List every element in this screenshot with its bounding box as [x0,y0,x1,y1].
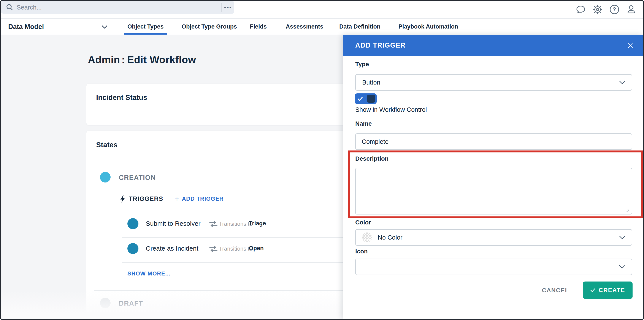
type-select-value: Button [362,79,380,86]
description-field[interactable] [355,168,632,215]
svg-text:?: ? [613,6,616,12]
divider [94,290,355,291]
top-bar-actions: ? [576,4,636,15]
chat-bubble-icon [576,4,586,15]
add-trigger-panel: ADD TRIGGER Type Button Show in Workflow… [343,35,643,319]
chevron-down-icon [102,25,107,29]
messages-button[interactable] [576,4,586,15]
trigger-name: Create as Incident [146,245,198,252]
cancel-button[interactable]: CANCEL [537,284,574,297]
panel-title: ADD TRIGGER [355,42,406,49]
active-tab-underline [124,33,167,35]
state-name-creation: CREATION [119,174,156,182]
page-title-separator: : [122,54,125,65]
help-button[interactable]: ? [609,4,620,15]
user-icon [626,4,636,15]
add-trigger-label: ADD TRIGGER [182,196,224,202]
close-button[interactable] [627,42,634,49]
transitions-to-text: Transitions to [219,245,252,252]
icon-select[interactable] [355,259,632,275]
create-button[interactable]: CREATE [583,281,632,299]
name-label: Name [355,120,372,127]
tab-object-type-groups[interactable]: Object Type Groups [182,19,237,35]
add-trigger-button[interactable]: + ADD TRIGGER [175,196,224,202]
color-label: Color [355,219,371,226]
color-select-value: No Color [378,234,402,241]
gear-icon [592,4,603,15]
show-in-workflow-toggle[interactable] [355,93,377,104]
show-in-workflow-label: Show in Workflow Control [355,106,427,113]
transition-target: Open [249,245,264,252]
trigger-name: Submit to Resolver [146,220,200,227]
ellipsis-icon: ••• [224,4,232,11]
panel-header: ADD TRIGGER [343,35,643,56]
color-select[interactable]: No Color [355,229,632,246]
type-select[interactable]: Button [355,74,632,91]
incident-status-card: Incident Status [86,84,355,125]
chevron-down-icon [619,236,625,239]
divider [122,262,355,263]
transitions-icon [208,220,218,228]
page-title-text: Edit Workflow [127,54,196,65]
page-title-prefix: Admin [88,54,120,65]
states-title: States [96,141,118,149]
trigger-row-submit-to-resolver[interactable]: Submit to Resolver Transitions to Triage [128,218,355,229]
trigger-color-dot [128,218,138,229]
show-more-link[interactable]: SHOW MORE... [128,270,170,277]
data-model-selector[interactable]: Data Model [1,19,118,35]
data-model-label: Data Model [8,19,44,35]
incident-status-title: Incident Status [96,93,147,102]
transition-target: Triage [249,220,266,227]
transitions-to-text: Transitions to [219,221,252,227]
chevron-down-icon [619,265,625,269]
type-label: Type [355,61,369,68]
page-title: Admin:Edit Workflow [88,54,196,66]
nav-divider [118,20,118,34]
create-button-label: CREATE [599,287,625,294]
lightning-bolt-icon [120,195,126,203]
divider [122,237,355,238]
top-bar: ••• ? [1,1,643,19]
toggle-knob [367,95,375,103]
plus-icon: + [175,196,179,202]
triggers-heading: TRIGGERS [129,195,163,202]
account-button[interactable] [626,4,636,15]
search-box: ••• [1,1,234,14]
chevron-down-icon [619,81,625,84]
state-color-dot-draft [100,298,110,308]
check-icon [358,96,363,101]
description-label: Description [355,155,388,162]
app-window: ••• ? [0,0,644,320]
check-icon [590,288,595,292]
trigger-row-create-as-incident[interactable]: Create as Incident Transitions to Open [128,243,355,254]
transitions-icon [208,245,218,253]
search-icon [6,4,14,11]
states-card: States CREATION TRIGGERS + ADD TRIGGER S… [86,131,355,320]
tab-assessments[interactable]: Assessments [286,19,323,35]
nav-bar: Data Model Object Types Object Type Grou… [1,19,643,35]
state-name-draft: DRAFT [119,300,143,307]
more-options-button[interactable]: ••• [222,1,234,14]
close-icon [627,42,634,49]
search-input[interactable] [14,4,221,11]
name-field[interactable] [355,133,632,150]
tab-data-definition[interactable]: Data Definition [339,19,380,35]
tab-object-types[interactable]: Object Types [128,19,164,35]
icon-label: Icon [355,248,368,255]
tab-playbook-automation[interactable]: Playbook Automation [398,19,458,35]
trigger-color-dot [128,243,138,254]
no-color-swatch-icon [362,232,372,242]
state-color-dot-creation [100,172,110,183]
triggers-header: TRIGGERS + ADD TRIGGER [120,195,224,203]
tab-fields[interactable]: Fields [250,19,267,35]
settings-button[interactable] [592,4,603,15]
help-icon: ? [609,4,620,15]
